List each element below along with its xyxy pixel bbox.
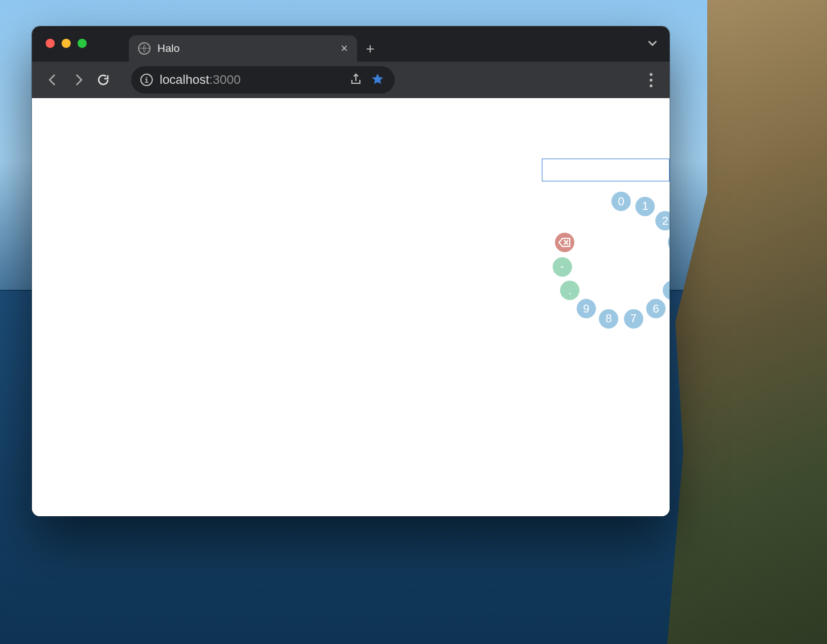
- globe-icon: [138, 42, 151, 55]
- bookmark-star-icon[interactable]: [371, 72, 386, 87]
- window-controls: [46, 39, 87, 48]
- site-info-icon[interactable]: [140, 74, 153, 86]
- wallpaper-cliff: [667, 0, 827, 644]
- fullscreen-window-button[interactable]: [78, 39, 87, 48]
- close-window-button[interactable]: [46, 39, 55, 48]
- halo-digit-0[interactable]: 0: [611, 192, 631, 211]
- reload-button[interactable]: [92, 69, 114, 91]
- minimize-window-button[interactable]: [62, 39, 71, 48]
- browser-window: Halo × + localhost:3000: [32, 26, 670, 516]
- new-tab-button[interactable]: +: [357, 35, 383, 62]
- forward-button[interactable]: [67, 69, 89, 91]
- back-button[interactable]: [42, 69, 64, 91]
- url-text: localhost:3000: [160, 72, 241, 87]
- url-host: localhost: [160, 72, 209, 87]
- halo-backspace[interactable]: [555, 233, 574, 252]
- tab-title: Halo: [157, 42, 180, 55]
- share-icon[interactable]: [349, 72, 364, 87]
- tab-strip: Halo × +: [32, 26, 670, 62]
- halo-decimal[interactable]: .: [560, 281, 579, 300]
- halo-digit-3[interactable]: 3: [668, 233, 670, 252]
- halo-ring: 0123456789.-: [556, 195, 670, 326]
- halo-digit-8[interactable]: 8: [599, 309, 618, 329]
- halo-digit-9[interactable]: 9: [577, 299, 596, 318]
- halo-digit-5[interactable]: 5: [663, 281, 670, 300]
- halo-number-input[interactable]: [542, 159, 670, 181]
- page-viewport: 0123456789.-: [32, 98, 670, 516]
- halo-digit-7[interactable]: 7: [624, 309, 643, 329]
- halo-minus[interactable]: -: [553, 257, 572, 277]
- url-port: :3000: [209, 72, 241, 87]
- backspace-icon: [558, 238, 571, 247]
- tabs-overflow-button[interactable]: [647, 38, 658, 51]
- close-tab-button[interactable]: ×: [340, 41, 348, 56]
- halo-digit-1[interactable]: 1: [635, 197, 655, 216]
- browser-menu-button[interactable]: [642, 73, 659, 87]
- browser-tab[interactable]: Halo ×: [129, 35, 357, 62]
- address-bar[interactable]: localhost:3000: [131, 66, 395, 94]
- halo-digit-2[interactable]: 2: [655, 211, 670, 230]
- browser-toolbar: localhost:3000: [32, 62, 670, 98]
- halo-digit-6[interactable]: 6: [646, 299, 666, 318]
